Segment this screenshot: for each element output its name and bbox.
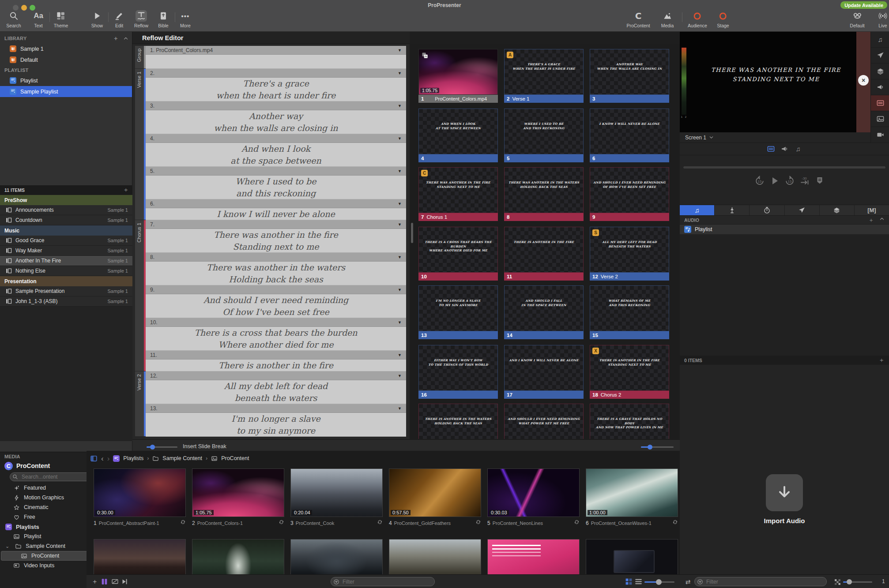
breadcrumb-item[interactable]: ProContent — [221, 455, 249, 461]
screen-label[interactable]: Screen 1 — [685, 135, 706, 141]
back-button[interactable]: ‹ — [101, 455, 104, 462]
slide-thumbnail-6[interactable]: I KNOW I WILL NEVER BE ALONE6 — [590, 109, 669, 162]
slide-thumbnail-19[interactable]: THERE IS ANOTHER IN THE WATERSHOLDING BA… — [418, 404, 498, 439]
thumbnail-size-slider[interactable] — [644, 581, 674, 583]
audio-filter-input[interactable] — [694, 577, 827, 586]
section-header-preshow[interactable]: PreShow — [0, 195, 132, 205]
add-audio-item-button[interactable]: ＋ — [878, 356, 885, 364]
presentation-item[interactable]: Another In The FireSample 1 — [0, 256, 132, 266]
group-rail-group[interactable]: Group — [135, 46, 144, 68]
media-thumbnail-ProContent_OceanWaves-1[interactable]: 1:00.006ProContent_OceanWaves-1 — [586, 468, 678, 526]
slide-dropdown-icon[interactable]: ▼ — [398, 374, 402, 378]
collapse-library-icon[interactable] — [123, 36, 128, 41]
media-thumbnail-row2-6[interactable] — [586, 539, 678, 574]
group-rail-chorus-1[interactable]: Chorus 1 — [135, 220, 144, 371]
reflow-slide-header[interactable]: 1. ProContent_Colors.mp4▼ — [146, 46, 406, 55]
section-header-presentation[interactable]: Presentation — [0, 276, 132, 286]
breadcrumb-item[interactable]: Sample Content — [162, 455, 202, 461]
media-thumbnail-ProContent_Cook[interactable]: 0:20.043ProContent_Cook — [290, 468, 383, 526]
slide-dropdown-icon[interactable]: ▼ — [398, 169, 402, 173]
rail-button-megaphone[interactable] — [871, 79, 889, 95]
transport-skip30-button[interactable]: -30 — [799, 176, 810, 186]
toolbar-button-bible[interactable]: Bible — [158, 10, 169, 28]
toolbar-button-more[interactable]: •••More — [180, 10, 191, 28]
play-next-icon[interactable] — [121, 578, 128, 585]
presentation-item[interactable]: Nothing ElseSample 1 — [0, 266, 132, 276]
insert-slide-break-label[interactable]: Insert Slide Break — [183, 443, 226, 449]
grid-view-icon[interactable] — [625, 578, 633, 585]
reflow-slide-header[interactable]: 12.▼ — [146, 371, 406, 380]
toolbar-button-reflow[interactable]: Reflow — [134, 10, 148, 28]
slide-dropdown-icon[interactable]: ▼ — [398, 255, 402, 259]
thumbnail-size-thumb[interactable] — [656, 579, 662, 585]
breadcrumb-item[interactable]: Playlists — [123, 455, 143, 461]
slide-dropdown-icon[interactable]: ▼ — [398, 353, 402, 357]
audio-volume-slider[interactable] — [843, 581, 872, 583]
playlist-item-sample-playlist[interactable]: Sample Playlist — [0, 86, 132, 97]
slide-dropdown-icon[interactable]: ▼ — [398, 48, 402, 52]
slide-thumbnail-12[interactable]: SALL MY DEBT LEFT FOR DEADBENEATH THE WA… — [590, 227, 669, 281]
reflow-slide-text[interactable]: I know I will never be alone — [146, 208, 406, 220]
media-thumbnail-row2-2[interactable] — [192, 539, 284, 574]
slide-thumbnail-1[interactable]: 1:05.751ProContent_Colors.mp4 — [418, 49, 498, 103]
presentation-item[interactable]: Sample PresentationSample 1 — [0, 286, 132, 296]
sidebar-toggle-icon[interactable] — [90, 455, 98, 462]
update-available-badge[interactable]: Update Available — [840, 1, 887, 9]
media-filter-input[interactable] — [331, 577, 435, 586]
slide-dropdown-icon[interactable]: ▼ — [398, 71, 402, 75]
reflow-slide-text[interactable]: Another waywhen the walls are closing in — [146, 110, 406, 134]
loop-icon[interactable] — [377, 519, 383, 525]
slide-thumbnail-14[interactable]: AND SHOULD I FALLIN THE SPACE BETWEEN14 — [504, 285, 584, 339]
column-view-icon[interactable] — [101, 578, 108, 585]
toolbar-button-default[interactable]: Default — [850, 10, 864, 28]
slide-thumbnail-4[interactable]: AND WHEN I LOOKAT THE SPACE BETWEEN4 — [418, 109, 498, 162]
clear-slide-button[interactable]: × — [858, 75, 869, 86]
shuffle-icon[interactable]: ⇄ — [684, 578, 692, 585]
reflow-slide-header[interactable]: 10.▼ — [146, 318, 406, 327]
reflow-slide-text[interactable] — [146, 55, 406, 69]
slide-thumbnail-8[interactable]: THERE WAS ANOTHER IN THE WATERSHOLDING B… — [504, 167, 584, 221]
transport-play-button[interactable] — [769, 176, 780, 186]
toolbar-button-procontent[interactable]: CProContent — [626, 10, 650, 28]
rail-button-list[interactable] — [871, 95, 889, 111]
slide-dropdown-icon[interactable]: ▼ — [398, 406, 402, 411]
library-item-default[interactable]: Default — [0, 54, 132, 65]
bin-tab-music[interactable]: ♫ — [680, 205, 715, 215]
toolbar-button-media[interactable]: Media — [661, 10, 674, 28]
reflow-slide-text[interactable]: There is a cross that bears the burdenWh… — [146, 327, 406, 351]
toolbar-button-search[interactable]: Search — [6, 10, 21, 28]
slide-dropdown-icon[interactable]: ▼ — [398, 222, 402, 227]
toolbar-button-live[interactable]: Live — [877, 10, 889, 28]
transport-rew15-button[interactable]: 15 — [754, 176, 765, 186]
presentation-item[interactable]: AnnouncementsSample 1 — [0, 205, 132, 215]
rail-button-music[interactable]: ♫ — [871, 32, 889, 48]
bin-tab-timer[interactable] — [750, 205, 784, 215]
loop-icon[interactable] — [672, 519, 678, 525]
slide-dropdown-icon[interactable]: ▼ — [398, 104, 402, 108]
reflow-slide-text[interactable]: There was another in the fireStanding ne… — [146, 229, 406, 253]
view-list-icon[interactable] — [767, 145, 775, 153]
add-library-button[interactable]: ＋ — [113, 34, 119, 42]
section-header-music[interactable]: Music — [0, 225, 132, 236]
library-item-sample-1[interactable]: Sample 1 — [0, 43, 132, 54]
group-rail-verse-1[interactable]: Verse 1 — [135, 69, 144, 220]
reflow-scrollbar[interactable] — [411, 223, 413, 243]
bin-tab-send[interactable] — [785, 205, 820, 215]
loop-icon[interactable] — [475, 519, 481, 525]
toolbar-button-text[interactable]: AaText — [33, 10, 44, 28]
transport-fwd15-button[interactable]: 15 — [784, 176, 795, 186]
reflow-slide-text[interactable]: There's a gracewhen the heart is under f… — [146, 78, 406, 101]
reflow-slide-text[interactable]: All my debt left for deadbeneath the wat… — [146, 380, 406, 404]
reflow-slide-header[interactable]: 5.▼ — [146, 167, 406, 176]
group-rail-verse-2[interactable]: Verse 2 — [135, 371, 144, 436]
media-thumbnail-ProContent_NeonLines[interactable]: 0:30.035ProContent_NeonLines — [487, 468, 580, 526]
loop-icon[interactable] — [279, 519, 284, 525]
reflow-slide-header[interactable]: 4.▼ — [146, 134, 406, 143]
media-thumbnail-row2-5[interactable] — [487, 539, 580, 574]
reflow-slide-text[interactable]: Where I used to beand this reckoning — [146, 176, 406, 199]
toolbar-button-theme[interactable]: Theme — [54, 10, 68, 28]
toolbar-button-audience[interactable]: Audience — [688, 10, 707, 28]
loop-icon[interactable] — [574, 519, 580, 525]
slide-dropdown-icon[interactable]: ▼ — [398, 136, 402, 141]
presentation-item[interactable]: Good GraceSample 1 — [0, 236, 132, 246]
